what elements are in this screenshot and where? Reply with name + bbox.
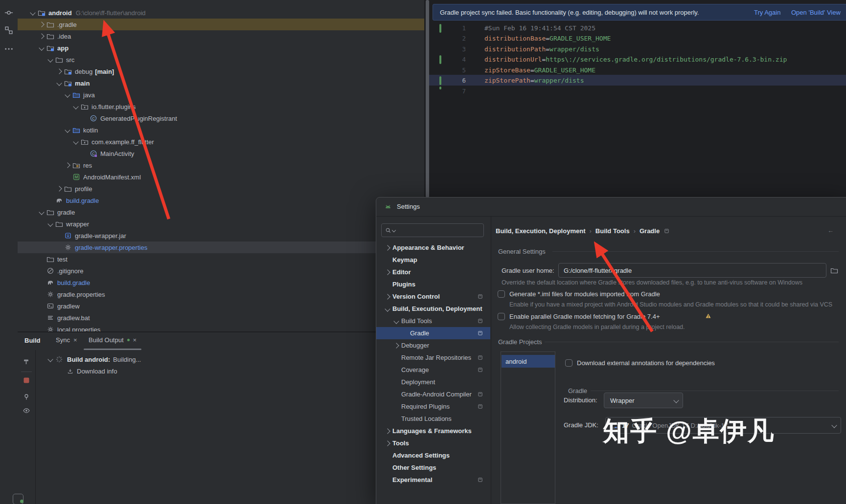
chevron-right-icon[interactable] (385, 294, 390, 299)
chevron-right-icon[interactable] (385, 428, 390, 434)
settings-tree-row[interactable]: Plugins (376, 278, 490, 290)
chevron-down-icon[interactable] (65, 92, 70, 97)
breadcrumb-item[interactable]: Build Tools (595, 227, 630, 235)
tree-row-gradle-dotfolder[interactable]: .gradle (18, 19, 424, 30)
tree-row[interactable]: .gitignore (18, 265, 424, 277)
settings-tree-row[interactable]: Debugger (376, 339, 490, 351)
generate-iml-label[interactable]: Generate *.iml files for modules importe… (509, 290, 660, 298)
settings-tree-row[interactable]: Build Tools (376, 315, 490, 327)
chevron-down-icon[interactable] (30, 10, 35, 15)
open-build-view-link[interactable]: Open 'Build' View (791, 9, 841, 16)
generate-iml-checkbox[interactable] (498, 290, 505, 298)
download-annotations-checkbox[interactable] (565, 359, 572, 367)
more-tool-windows-icon[interactable] (4, 44, 14, 54)
close-icon[interactable]: × (73, 336, 77, 344)
chevron-right-icon[interactable] (56, 186, 62, 191)
parallel-fetch-label[interactable]: Enable parallel Gradle model fetching fo… (509, 313, 660, 320)
chevron-right-icon[interactable] (65, 162, 70, 168)
download-info-row[interactable]: Download info (67, 368, 117, 375)
back-icon[interactable]: ← (827, 227, 834, 234)
settings-tree-row[interactable]: Experimental (376, 474, 490, 486)
breadcrumb-item[interactable]: Gradle (640, 227, 660, 235)
chevron-right-icon[interactable] (39, 22, 44, 27)
tree-row[interactable]: com.example.ff_flutter (18, 136, 424, 148)
tree-row-gradle-wrapper-properties[interactable]: gradle-wrapper.properties (18, 241, 424, 253)
settings-tree-row[interactable]: Other Settings (376, 461, 490, 474)
pin-icon[interactable] (23, 393, 30, 401)
settings-tree-row[interactable]: Languages & Frameworks (376, 425, 490, 437)
settings-tree-row-gradle[interactable]: Gradle (376, 327, 490, 339)
commit-icon[interactable] (4, 8, 14, 18)
download-annotations-label[interactable]: Download external annotations for depend… (577, 359, 715, 367)
chevron-right-icon[interactable] (385, 269, 390, 275)
build-hammer-icon[interactable] (23, 358, 30, 366)
chevron-down-icon[interactable] (65, 127, 70, 132)
tree-row[interactable]: gradle.properties (18, 288, 424, 300)
tree-row[interactable]: test (18, 253, 424, 265)
tab-sync[interactable]: Sync × (56, 336, 77, 344)
search-options-chevron[interactable] (392, 228, 396, 232)
tree-row[interactable]: AndroidManifest.xml (18, 171, 424, 183)
chevron-down-icon[interactable] (39, 45, 44, 50)
browse-folder-icon[interactable] (830, 266, 838, 274)
tree-row[interactable]: GeneratedPluginRegistrant (18, 112, 424, 124)
tree-row[interactable]: app (18, 42, 424, 54)
close-icon[interactable]: × (133, 336, 137, 344)
breadcrumb-item[interactable]: Build, Execution, Deployment (496, 227, 585, 235)
chevron-down-icon[interactable] (393, 318, 399, 324)
stop-icon[interactable] (23, 376, 30, 384)
settings-tree-row[interactable]: Trusted Locations (376, 413, 490, 425)
tree-row[interactable]: io.flutter.plugins (18, 101, 424, 112)
tree-row[interactable]: gradle (18, 206, 424, 218)
distribution-dropdown[interactable]: Wrapper (604, 393, 683, 408)
settings-tree-row[interactable]: Remote Jar Repositories (376, 351, 490, 364)
tree-row[interactable]: gradle-wrapper.jar (18, 230, 424, 241)
chevron-down-icon[interactable] (56, 80, 62, 86)
tree-row[interactable]: res (18, 159, 424, 171)
settings-tree-row[interactable]: Deployment (376, 376, 490, 388)
project-list-item-android[interactable]: android (502, 355, 555, 368)
tree-row[interactable]: java (18, 89, 424, 101)
tree-row-android-root[interactable]: android G:\clone\ff-flutter\android (18, 7, 424, 19)
chevron-down-icon[interactable] (39, 209, 44, 215)
gradle-user-home-field[interactable]: G:/clone/ff-flutter/.gradle (558, 263, 826, 278)
parallel-fetch-checkbox[interactable] (498, 313, 505, 320)
settings-tree-row[interactable]: Appearance & Behavior (376, 241, 490, 254)
chevron-down-icon[interactable] (73, 139, 78, 144)
settings-tree-row[interactable]: Build, Execution, Deployment (376, 303, 490, 315)
tab-build-output[interactable]: Build Output × (89, 336, 137, 344)
settings-tree-row[interactable]: Version Control (376, 290, 490, 303)
chevron-down-icon[interactable] (47, 221, 53, 226)
tree-row[interactable]: local.properties (18, 324, 424, 331)
settings-tree-row[interactable]: Advanced Settings (376, 449, 490, 461)
settings-tree-row[interactable]: Coverage (376, 364, 490, 376)
panel-splitter[interactable] (426, 0, 429, 197)
try-again-link[interactable]: Try Again (754, 9, 780, 16)
tree-row[interactable]: src (18, 54, 424, 66)
settings-tree-row[interactable]: Required Plugins (376, 400, 490, 413)
build-status-row[interactable]: Build android: Building... (47, 355, 141, 363)
settings-tree-row[interactable]: Tools (376, 437, 490, 449)
tree-row[interactable]: .idea (18, 30, 424, 42)
tree-row[interactable]: wrapper (18, 218, 424, 230)
chevron-down-icon[interactable] (47, 356, 53, 362)
settings-tree-row[interactable]: Gradle-Android Compiler (376, 388, 490, 400)
chevron-right-icon[interactable] (385, 245, 390, 250)
chevron-right-icon[interactable] (385, 440, 390, 446)
tree-row[interactable]: MainActivity (18, 148, 424, 159)
tree-row[interactable]: build.gradle (18, 277, 424, 288)
chevron-right-icon[interactable] (393, 343, 399, 348)
structure-icon[interactable] (4, 25, 14, 35)
tree-row[interactable]: debug [main] (18, 66, 424, 77)
tree-row[interactable]: kotlin (18, 124, 424, 136)
chevron-right-icon[interactable] (39, 33, 44, 39)
preview-eye-icon[interactable] (23, 407, 30, 415)
chevron-right-icon[interactable] (56, 68, 62, 74)
tree-row[interactable]: main (18, 77, 424, 89)
chevron-down-icon[interactable] (73, 104, 78, 109)
chevron-down-icon[interactable] (385, 306, 390, 311)
settings-search-input[interactable] (381, 223, 484, 237)
settings-tree-row[interactable]: Editor (376, 266, 490, 278)
settings-tree-row[interactable]: Keymap (376, 254, 490, 266)
tree-row[interactable]: profile (18, 183, 424, 195)
